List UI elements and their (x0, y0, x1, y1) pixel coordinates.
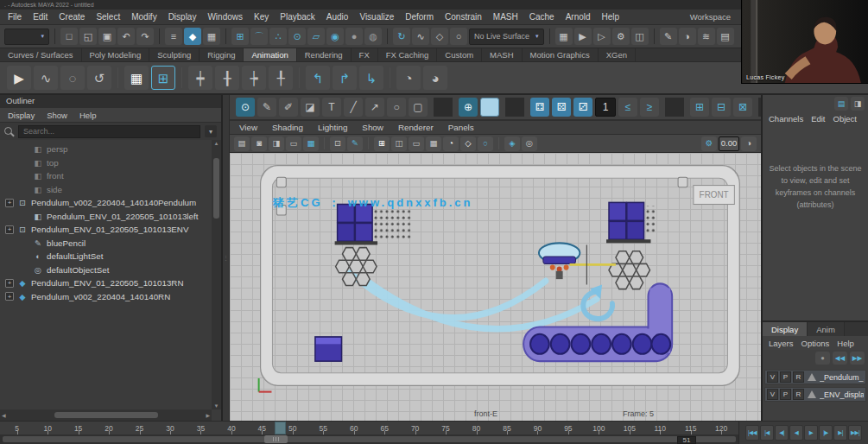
shelf-icon[interactable] (390, 67, 390, 88)
expander-icon[interactable] (21, 212, 29, 220)
toon-shading-icon[interactable]: ◑ (679, 28, 696, 45)
camera-attributes-icon[interactable]: ◨ (269, 136, 284, 151)
layer-display-type-toggle[interactable]: R (793, 389, 804, 400)
frame-tick[interactable]: 10 (32, 424, 62, 433)
shelf-tab-motion-graphics[interactable]: Motion Graphics (523, 48, 599, 61)
save-scene-icon[interactable]: ▣ (98, 28, 116, 45)
frame-tick[interactable]: 70 (400, 424, 430, 433)
select-hierarchy-icon[interactable]: ≡ (165, 28, 182, 45)
anim-snapshot-icon[interactable]: ◔ (396, 66, 421, 90)
search-input[interactable] (18, 125, 200, 138)
layer-tab-display[interactable]: Display (763, 322, 808, 336)
layer-dot-icon[interactable]: ● (815, 352, 830, 365)
hold-current-key-icon[interactable]: ┾ (242, 66, 266, 90)
frame-tick[interactable]: 30 (155, 424, 185, 433)
grease-pencil-icon[interactable]: ✎ (347, 136, 363, 151)
outliner-item-pendulum-rn[interactable]: + ◆ Pendulum_v002_220404_140140RN (0, 290, 211, 304)
frame-tick[interactable]: 120 (706, 424, 736, 433)
outliner-item-bluepencil[interactable]: ✎ bluePencil (0, 237, 211, 251)
shelf-tab-sculpting[interactable]: Sculpting (149, 48, 200, 61)
render-settings-icon[interactable]: ⚙ (612, 28, 630, 45)
frame-tick[interactable]: 20 (93, 424, 124, 433)
menu-item[interactable]: File (8, 12, 22, 22)
frame-tick[interactable]: 15 (63, 424, 93, 433)
viewport-menu-item[interactable]: Shading (272, 123, 303, 132)
outliner-item-default-light-set[interactable]: ◐ defaultLightSet (0, 250, 211, 263)
menu-item[interactable]: Create (59, 12, 85, 22)
symmetry-icon[interactable]: ◇ (431, 28, 448, 45)
redo-icon[interactable]: ↷ (136, 28, 154, 45)
open-scene-icon[interactable]: ◱ (79, 28, 97, 45)
new-scene-icon[interactable]: □ (60, 28, 78, 45)
current-frame-field[interactable]: 51 (677, 436, 696, 444)
go-to-end-button[interactable]: ▶▶| (848, 425, 862, 441)
shelf-icon[interactable] (181, 67, 182, 88)
viewport-menu-item[interactable]: View (239, 123, 257, 132)
safe-action-icon[interactable]: ◇ (460, 136, 476, 151)
outliner-item-env-rn[interactable]: + ◆ Pendulum_ENV_01_220505_101013RN (0, 276, 211, 290)
safe-title-icon[interactable]: ○ (478, 136, 493, 151)
exposure-gear-icon[interactable]: ⚙ (701, 136, 717, 151)
bp-dice-1-icon[interactable]: ⚃ (530, 98, 549, 117)
scrollbar-thumb[interactable] (213, 158, 219, 219)
evaluation-icon[interactable]: ○ (450, 28, 467, 45)
shelf-icon[interactable] (117, 67, 118, 88)
channel-box-menu-item[interactable]: Edit (811, 114, 825, 127)
outliner-menu-item[interactable]: Help (79, 111, 97, 120)
move-key-left-icon[interactable]: ↰ (306, 66, 330, 90)
expander-icon[interactable] (21, 172, 29, 181)
shelf-tab-fx[interactable]: FX (352, 48, 378, 61)
frame-tick[interactable]: 65 (369, 424, 399, 433)
frame-tick[interactable]: 25 (124, 424, 155, 433)
viewport-bar-icon[interactable] (498, 137, 499, 149)
menu-item[interactable]: Cache (529, 12, 554, 22)
viewport-canvas[interactable]: FRONT 猪艺CG ： www.qdnxxfb.cn front-E Fram… (230, 153, 761, 421)
render-setup-icon[interactable]: ◫ (631, 28, 649, 45)
outliner-item-default-object-set[interactable]: ◎ defaultObjectSet (0, 263, 211, 277)
outliner-item-pendulum[interactable]: + ⊡ Pendulum_v002_220404_140140Pendulum (0, 196, 211, 210)
snap-curve-icon[interactable]: ⌒ (250, 28, 268, 45)
expander-icon[interactable] (21, 252, 29, 261)
outliner-item-left-camera[interactable]: ◧ Pendulum_ENV_01_220505_101013left (0, 210, 211, 224)
bp-next-frame-icon[interactable]: ≥ (640, 98, 659, 117)
retime-key-icon[interactable]: ↳ (359, 66, 383, 90)
outliner-horizontal-scrollbar[interactable]: ◀ ▶ (0, 409, 212, 421)
bake-animation-icon[interactable]: ◕ (423, 66, 447, 90)
menu-item[interactable]: MASH (493, 12, 518, 22)
outliner-item-top[interactable]: ◧ top (0, 156, 211, 170)
move-layer-down-icon[interactable]: ▶▶ (850, 352, 865, 365)
step-forward-frame-button[interactable]: ▶| (833, 425, 847, 441)
construction-history-icon[interactable]: ↻ (393, 28, 410, 45)
blue-pencil-shelf-icon[interactable]: ▦ (124, 66, 149, 90)
menu-item[interactable]: Audio (326, 12, 349, 22)
scroll-up-icon[interactable]: ▲ (214, 141, 219, 146)
viewport-menu-item[interactable]: Lighting (318, 123, 347, 132)
select-object-icon[interactable]: ◆ (184, 28, 201, 45)
bp-select-icon[interactable]: ⊙ (236, 98, 255, 117)
shelf-icon[interactable] (299, 67, 300, 88)
expander-icon[interactable] (21, 238, 29, 247)
expander-icon[interactable]: + (5, 199, 14, 207)
layer-playback-toggle[interactable]: P (780, 389, 791, 400)
frame-tick[interactable]: 100 (584, 424, 614, 433)
grid-toggle-icon[interactable]: ⊞ (374, 136, 390, 151)
menu-item[interactable]: Visualize (359, 12, 394, 22)
layer-tab-anim[interactable]: Anim (808, 322, 845, 336)
highlight-selection-icon[interactable]: ◍ (364, 28, 382, 45)
ghost-icon[interactable]: ◌ (60, 66, 85, 90)
blue-pencil-icon[interactable] (758, 98, 761, 117)
snap-grid-icon[interactable]: ⊞ (231, 28, 249, 45)
viewport-menu-item[interactable]: Panels (448, 123, 474, 132)
shelf-tab-curves-surfaces[interactable]: Curves / Surfaces (0, 48, 82, 61)
shelf-tab-rigging[interactable]: Rigging (200, 48, 244, 61)
gate-mask-icon[interactable]: ▦ (426, 136, 441, 151)
frame-all-icon[interactable]: ◈ (504, 136, 520, 151)
select-camera-icon[interactable]: ▤ (234, 136, 250, 151)
bp-dice-2-icon[interactable]: ⚄ (552, 98, 571, 117)
playblast-icon[interactable]: ▶ (7, 66, 31, 90)
scroll-right-icon[interactable]: ▶ (206, 412, 210, 418)
frame-tick[interactable]: 110 (645, 424, 675, 433)
menu-item[interactable]: Windows (207, 12, 243, 22)
bp-pencil-icon[interactable]: ✎ (257, 98, 276, 117)
bp-marker-icon[interactable]: ✐ (279, 98, 298, 117)
